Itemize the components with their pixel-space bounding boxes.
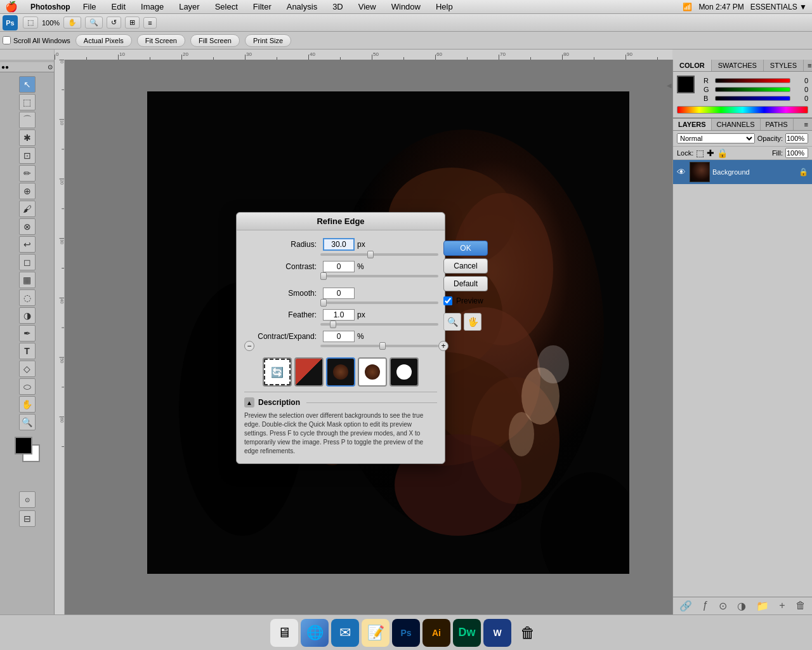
layer-delete-icon[interactable]: 🗑 [796,600,806,612]
tab-paths[interactable]: PATHS [761,119,794,130]
contrast-slider-thumb[interactable] [320,272,327,280]
view-overlay[interactable] [294,357,324,387]
grid-btn[interactable]: ⊞ [125,17,140,29]
blur-tool[interactable]: ◌ [19,289,36,306]
fill-input[interactable] [785,148,808,158]
lock-all-icon[interactable]: 🔒 [717,148,728,158]
smooth-slider-track[interactable] [320,302,438,304]
layer-adjustment-icon[interactable]: ◑ [737,600,746,612]
zoom-tool-btn[interactable]: 🔍 [85,17,103,29]
tab-swatches[interactable]: SWATCHES [712,60,764,71]
description-toggle[interactable]: ▲ [244,397,254,408]
tab-channels[interactable]: CHANNELS [712,119,761,130]
radius-input[interactable] [323,238,355,251]
color-spectrum-bar[interactable] [677,106,808,114]
radius-slider-thumb[interactable] [367,251,374,258]
contract-plus-btn[interactable]: + [438,341,449,351]
essentials-button[interactable]: ESSENTIALS ▼ [750,3,807,11]
dock-dreamweaver[interactable]: Dw [453,619,481,647]
dock-notes[interactable]: 📝 [362,619,390,647]
opacity-input[interactable] [785,133,808,143]
view-on-black[interactable] [326,357,355,387]
menu-select[interactable]: Select [213,2,240,11]
collapse-panels-btn[interactable]: ◀ [662,82,672,89]
move-tool[interactable]: ↖ [19,76,36,93]
b-slider[interactable] [715,96,790,101]
layer-visibility-icon[interactable]: 👁 [677,167,686,177]
cancel-button[interactable]: Cancel [443,258,488,274]
hand-tool[interactable]: ✋ [19,396,36,413]
foreground-color-swatch[interactable] [15,437,32,454]
scroll-all-checkbox[interactable] [3,36,11,44]
eyedropper-tool[interactable]: ✏ [19,165,36,182]
default-button[interactable]: Default [443,276,488,291]
layers-button[interactable]: ⬚ [23,17,38,29]
contrast-input[interactable] [323,261,355,272]
lock-pixels-icon[interactable]: ⬚ [696,148,704,158]
lock-position-icon[interactable]: ✚ [707,148,714,158]
feather-slider-thumb[interactable] [330,321,336,328]
dock-safari[interactable]: 🌐 [301,619,329,647]
radius-slider-track[interactable] [320,253,438,256]
blend-mode-select[interactable]: Normal [677,133,755,143]
rotate-tool-btn[interactable]: ↺ [107,17,121,29]
tab-color[interactable]: COLOR [673,60,712,71]
hand-pan-icon[interactable]: 🖐 [464,313,481,331]
clone-tool[interactable]: ⊗ [19,218,36,235]
crop-tool[interactable]: ⊡ [19,147,36,164]
quick-mask-btn[interactable]: ⊙ [19,491,36,508]
layer-group-icon[interactable]: 📁 [756,600,769,612]
print-size-button[interactable]: Print Size [245,34,291,47]
tab-layers[interactable]: LAYERS [673,119,712,130]
view-on-white[interactable] [358,357,387,387]
feather-slider-track[interactable] [320,323,438,326]
layer-style-icon[interactable]: ƒ [702,600,708,612]
fit-screen-button[interactable]: Fit Screen [137,34,185,47]
dodge-tool[interactable]: ◑ [19,307,36,324]
hand-tool-btn[interactable]: ✋ [63,17,81,29]
brush-tool[interactable]: 🖌 [19,201,36,217]
view-mask[interactable] [390,357,419,387]
shape-tool[interactable]: ⬭ [19,378,36,395]
zoom-tool[interactable]: 🔍 [19,414,36,430]
ok-button[interactable]: OK [443,241,488,256]
marquee-tool[interactable]: ⬚ [19,94,36,110]
color-panel-menu[interactable]: ≡ [804,60,812,71]
g-slider[interactable] [715,87,790,92]
menu-help[interactable]: Help [433,2,455,11]
history-tool[interactable]: ↩ [19,236,36,253]
layer-new-icon[interactable]: + [779,600,785,612]
contract-minus-btn[interactable]: − [244,341,254,351]
menu-view[interactable]: View [356,2,379,11]
healing-tool[interactable]: ⊕ [19,183,36,199]
menu-filter[interactable]: Filter [251,2,274,11]
color-foreground-swatch[interactable] [677,76,695,93]
tab-styles[interactable]: STYLES [764,60,804,71]
dock-photoshop[interactable]: Ps [392,619,420,647]
r-slider[interactable] [715,78,790,83]
lasso-tool[interactable]: ⌒ [19,112,36,128]
apple-menu[interactable]: 🍎 [5,1,18,13]
zoom-in-icon[interactable]: 🔍 [443,313,461,331]
layers-panel-menu[interactable]: ≡ [801,119,812,130]
menu-layer[interactable]: Layer [176,2,202,11]
eraser-tool[interactable]: ◻ [19,254,36,270]
dock-illustrator[interactable]: Ai [422,619,450,647]
dock-word[interactable]: W [483,619,511,647]
menu-file[interactable]: File [81,2,99,11]
pen-tool[interactable]: ✒ [19,325,36,342]
gradient-tool[interactable]: ▦ [19,272,36,288]
menu-edit[interactable]: Edit [109,2,128,11]
layer-link-icon[interactable]: 🔗 [679,600,692,612]
layer-mask-icon[interactable]: ⊙ [719,600,727,612]
dock-mail[interactable]: ✉ [331,619,359,647]
menu-image[interactable]: Image [138,2,166,11]
contrast-slider-track[interactable] [320,275,438,277]
contract-input[interactable] [323,331,355,342]
layer-background[interactable]: 👁 Background 🔒 [673,160,812,184]
fill-screen-button[interactable]: Fill Screen [190,34,240,47]
path-tool[interactable]: ◇ [19,361,36,377]
smooth-input[interactable] [323,288,355,299]
quick-select-tool[interactable]: ✱ [19,129,36,146]
screen-mode-btn[interactable]: ⊟ [19,510,36,527]
